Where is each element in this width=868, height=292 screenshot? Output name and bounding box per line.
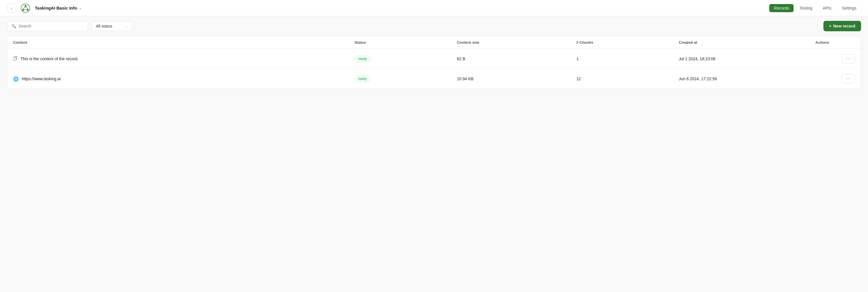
cell-status-1: ready <box>349 49 451 69</box>
app-title-chevron: ⌄ <box>79 6 82 10</box>
table-row: 🌐 https://www.tasking.ai ready 10.94 KB … <box>7 69 861 89</box>
svg-line-4 <box>23 7 26 9</box>
col-header-status: Status <box>349 36 451 49</box>
nav-tabs: Records Testing APIs Settings <box>769 4 861 12</box>
cell-created-1: Jul 1 2024, 18:23:06 <box>673 49 809 69</box>
search-icon: 🔍 <box>11 24 16 28</box>
app-logo <box>21 3 30 13</box>
row-actions-button-2[interactable]: ··· <box>842 74 855 83</box>
cell-content-2: 🌐 https://www.tasking.ai <box>7 69 349 89</box>
cell-chunks-2: 12 <box>571 69 673 89</box>
table-header-row: Content Status Content size # Chunks Cre… <box>7 36 861 49</box>
status-filter-label: All status <box>96 24 112 28</box>
table-row: 🗍 This is the content of the record. rea… <box>7 49 861 69</box>
back-button[interactable]: ‹ <box>7 3 16 13</box>
record-content-text-2: https://www.tasking.ai <box>22 77 61 81</box>
toolbar: 🔍 All status ⌄ + New record <box>0 16 868 36</box>
tab-testing[interactable]: Testing <box>795 4 817 12</box>
new-record-label: New record <box>833 24 855 28</box>
col-header-size: Content size <box>451 36 571 49</box>
chevron-down-icon: ⌄ <box>125 24 128 28</box>
record-content-text-1: This is the content of the record. <box>21 57 79 61</box>
tab-settings[interactable]: Settings <box>837 4 861 12</box>
cell-size-1: 62 B <box>451 49 571 69</box>
col-header-chunks: # Chunks <box>571 36 673 49</box>
col-header-created: Created at <box>673 36 809 49</box>
cell-content-1: 🗍 This is the content of the record. <box>7 49 349 69</box>
cell-status-2: ready <box>349 69 451 89</box>
tab-records[interactable]: Records <box>769 4 794 12</box>
row-actions-button-1[interactable]: ··· <box>842 54 855 63</box>
cell-size-2: 10.94 KB <box>451 69 571 89</box>
cell-actions-2: ··· <box>809 69 861 89</box>
plus-icon: + <box>829 24 832 28</box>
document-icon: 🗍 <box>13 56 18 61</box>
search-wrapper: 🔍 <box>7 21 88 31</box>
records-table: Content Status Content size # Chunks Cre… <box>7 36 861 89</box>
cell-actions-1: ··· <box>809 49 861 69</box>
status-filter-dropdown[interactable]: All status ⌄ <box>92 21 132 31</box>
col-header-actions: Actions <box>809 36 861 49</box>
search-input[interactable] <box>19 24 84 28</box>
cell-chunks-1: 1 <box>571 49 673 69</box>
records-table-container: Content Status Content size # Chunks Cre… <box>7 36 861 89</box>
new-record-button[interactable]: + New record <box>824 21 861 31</box>
status-badge-2: ready <box>354 76 371 82</box>
col-header-content: Content <box>7 36 349 49</box>
url-icon: 🌐 <box>13 76 19 82</box>
app-header: ‹ TaskingAI Basic Info ⌄ Records Testing… <box>0 0 868 16</box>
svg-point-1 <box>25 5 26 7</box>
svg-line-5 <box>26 7 28 9</box>
status-badge-1: ready <box>354 56 371 62</box>
cell-created-2: Jun 6 2024, 17:22:59 <box>673 69 809 89</box>
tab-apis[interactable]: APIs <box>818 4 836 12</box>
app-title: TaskingAI Basic Info ⌄ <box>35 5 82 10</box>
